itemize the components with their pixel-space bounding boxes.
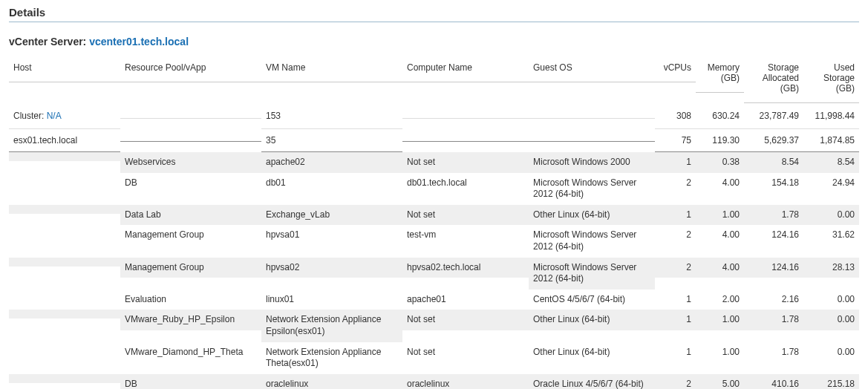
host-name: esx01.tech.local [9,129,120,152]
table-row-vcpus: 1 [655,205,696,226]
table-row-guest: Microsoft Windows Server 2012 (64-bit) [529,258,655,290]
cluster-guest [529,103,655,119]
host-used-storage: 1,874.85 [803,129,859,152]
table-row-used-storage: 0.00 [803,205,859,226]
table-row-memory: 0.38 [696,152,744,173]
table-row-used-storage: 215.18 [803,374,859,389]
vcenter-server-line: vCenter Server: vcenter01.tech.local [9,36,859,48]
host-memory: 119.30 [696,129,744,152]
table-row-guest: Other Linux (64-bit) [529,205,655,226]
table-row-pool: DB [120,173,261,194]
table-row-storage-allocated: 1.78 [744,342,803,363]
col-vm: VM Name [261,59,402,82]
section-title: Details [9,6,859,22]
table-row-vcpus: 2 [655,225,696,246]
table-row-guest: Other Linux (64-bit) [529,310,655,330]
table-row-host [9,152,120,161]
table-row-memory: 1.00 [696,310,744,330]
table-row-guest: CentOS 4/5/6/7 (64-bit) [529,290,655,310]
vcenter-label: vCenter Server: [9,36,89,48]
table-row-host [9,310,120,318]
table-row-computer: test-vm [402,225,529,246]
table-row-pool: Management Group [120,225,261,246]
table-row-guest: Oracle Linux 4/5/6/7 (64-bit) [529,374,655,389]
table-row-storage-allocated: 1.78 [744,205,803,226]
table-row-used-storage: 24.94 [803,173,859,194]
host-pool [120,129,261,142]
table-row-storage-allocated: 154.18 [744,173,803,194]
table-row-used-storage: 8.54 [803,152,859,173]
table-row-vm: oraclelinux [261,374,402,389]
table-row-computer: oraclelinux [402,374,529,389]
col-memory: Memory (GB) [696,59,744,93]
vcenter-link[interactable]: vcenter01.tech.local [89,36,189,48]
table-row-vm: hpvsa02 [261,258,402,278]
table-row-host [9,290,120,298]
table-row-pool: Webservices [120,152,261,173]
table-row-vcpus: 1 [655,290,696,310]
host-guest [529,129,655,142]
table-row-pool: Data Lab [120,205,261,226]
col-vcpus: vCPUs [655,59,696,82]
col-host: Host [9,59,120,82]
col-pool: Resource Pool/vApp [120,59,261,82]
host-computer [402,129,529,142]
table-row-pool: Evaluation [120,290,261,310]
table-row-used-storage: 0.00 [803,342,859,363]
table-row-memory: 4.00 [696,258,744,278]
cluster-vm-count: 153 [261,103,402,129]
table-row-computer: db01.tech.local [402,173,529,194]
col-guest: Guest OS [529,59,655,82]
cluster-label: Cluster: [13,111,47,121]
table-row-memory: 4.00 [696,173,744,194]
table-row-computer: hpvsa02.tech.local [402,258,529,278]
table-row-host [9,205,120,214]
table-row-pool: VMware_Diamond_HP_Theta [120,342,261,363]
table-row-vm: db01 [261,173,402,194]
table-row-pool: DB [120,374,261,389]
cluster-link[interactable]: N/A [47,111,62,121]
vm-table: Host Resource Pool/vApp VM Name Computer… [9,59,859,389]
table-row-vm: apache02 [261,152,402,173]
table-row-vcpus: 1 [655,342,696,363]
table-row-memory: 4.00 [696,225,744,246]
table-row-vcpus: 2 [655,173,696,194]
cluster-vcpus: 308 [655,103,696,129]
table-row-guest: Microsoft Windows 2000 [529,152,655,173]
col-computer: Computer Name [402,59,529,82]
table-row-guest: Microsoft Windows Server 2012 (64-bit) [529,225,655,257]
table-row-vcpus: 1 [655,152,696,173]
col-used-storage: Used Storage (GB) [803,59,859,103]
table-row-host [9,342,120,351]
table-row-vm: Network Extension Appliance Epsilon(esx0… [261,310,402,341]
table-row-memory: 1.00 [696,342,744,363]
table-row-computer: Not set [402,205,529,226]
table-row-used-storage: 28.13 [803,258,859,278]
table-row-used-storage: 0.00 [803,310,859,330]
table-row-vm: Network Extension Appliance Theta(esx01) [261,342,402,374]
table-row-guest: Microsoft Windows Server 2012 (64-bit) [529,173,655,205]
table-row-vm: Exchange_vLab [261,205,402,226]
table-row-memory: 5.00 [696,374,744,389]
table-row-used-storage: 31.62 [803,225,859,246]
table-row-computer: apache01 [402,290,529,310]
table-row-host [9,225,120,234]
cluster-pool [120,103,261,119]
cluster-used-storage: 11,998.44 [803,103,859,129]
host-storage-allocated: 5,629.37 [744,129,803,152]
cluster-computer [402,103,529,119]
table-row-computer: Not set [402,310,529,330]
table-row-host [9,258,120,267]
table-row-guest: Other Linux (64-bit) [529,342,655,363]
col-storage-allocated: Storage Allocated (GB) [744,59,803,103]
host-vm-count: 35 [261,129,402,152]
table-row-storage-allocated: 1.78 [744,310,803,330]
table-row-vm: hpvsa01 [261,225,402,246]
table-row-memory: 1.00 [696,205,744,226]
table-row-pool: VMware_Ruby_HP_Epsilon [120,310,261,330]
table-row-used-storage: 0.00 [803,290,859,310]
table-row-storage-allocated: 124.16 [744,225,803,246]
table-row-vcpus: 1 [655,310,696,330]
table-row-vcpus: 2 [655,258,696,278]
cluster-storage-allocated: 23,787.49 [744,103,803,129]
